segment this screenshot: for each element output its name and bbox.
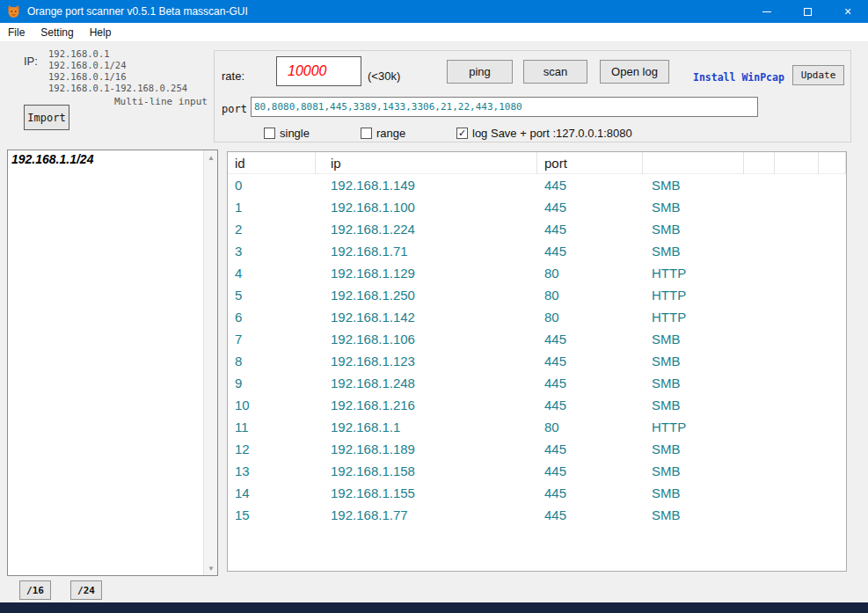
table-row[interactable]: 12 192.168.1.189 445 SMB xyxy=(228,438,846,460)
ip-list-value: 192.168.1.1/24 xyxy=(11,152,93,166)
table-row[interactable]: 9 192.168.1.248 445 SMB xyxy=(228,372,846,394)
table-row[interactable]: 5 192.168.1.250 80 HTTP xyxy=(228,284,846,306)
port-label: port xyxy=(222,103,247,115)
cell-port: 445 xyxy=(537,507,643,522)
cell-id: 4 xyxy=(228,266,316,281)
import-button[interactable]: Import xyxy=(24,105,69,130)
table-row[interactable]: 10 192.168.1.216 445 SMB xyxy=(228,394,846,416)
cell-port: 80 xyxy=(537,310,643,325)
cell-id: 3 xyxy=(228,244,316,259)
table-row[interactable]: 1 192.168.1.100 445 SMB xyxy=(228,196,846,218)
scroll-down-icon[interactable]: ▼ xyxy=(204,561,218,575)
menu-help[interactable]: Help xyxy=(82,23,120,42)
open-log-button[interactable]: Open log xyxy=(600,60,669,84)
textarea-scrollbar[interactable]: ▲ ▼ xyxy=(203,150,217,575)
cell-id: 6 xyxy=(228,310,316,325)
table-row[interactable]: 8 192.168.1.123 445 SMB xyxy=(228,350,846,372)
log-save-checkbox-group[interactable]: log Save + port :127.0.0.1:8080 xyxy=(456,127,632,140)
ip-label: IP: xyxy=(24,55,38,68)
ping-button[interactable]: ping xyxy=(447,60,513,84)
single-checkbox-group[interactable]: single xyxy=(264,127,310,140)
column-header-ip[interactable]: ip xyxy=(316,152,537,174)
scan-button[interactable]: scan xyxy=(523,60,587,84)
cell-id: 15 xyxy=(228,507,316,522)
cell-service: SMB xyxy=(643,463,744,478)
results-body: 0 192.168.1.149 445 SMB 1 192.168.1.100 … xyxy=(228,174,846,526)
install-winpcap-link[interactable]: Install WinPcap xyxy=(693,71,784,84)
cell-ip: 192.168.1.250 xyxy=(316,288,537,303)
cell-ip: 192.168.1.155 xyxy=(316,485,537,500)
menu-file[interactable]: File xyxy=(0,23,33,42)
table-row[interactable]: 4 192.168.1.129 80 HTTP xyxy=(228,262,846,284)
column-header-id[interactable]: id xyxy=(228,152,316,174)
maximize-icon xyxy=(804,8,812,16)
results-table: id ip port 0 192.168.1.149 445 SMB 1 192… xyxy=(227,151,847,572)
rate-input[interactable]: 10000 xyxy=(276,56,361,86)
cell-id: 12 xyxy=(228,442,316,456)
range-checkbox[interactable] xyxy=(361,128,372,139)
window-controls: × xyxy=(747,0,868,23)
cell-service: HTTP xyxy=(643,310,744,325)
cell-id: 14 xyxy=(228,485,316,500)
column-header-blank[interactable] xyxy=(775,152,819,174)
rate-hint: (<30k) xyxy=(368,69,400,83)
cell-port: 80 xyxy=(537,266,643,281)
table-row[interactable]: 11 192.168.1.1 80 HTTP xyxy=(228,416,846,438)
maximize-button[interactable] xyxy=(787,0,828,23)
scroll-up-icon[interactable]: ▲ xyxy=(204,150,218,164)
cell-port: 445 xyxy=(537,354,643,369)
cell-service: SMB xyxy=(643,200,744,215)
minimize-button[interactable] xyxy=(747,0,787,23)
cell-id: 13 xyxy=(228,463,316,478)
cell-port: 445 xyxy=(537,178,643,193)
table-row[interactable]: 0 192.168.1.149 445 SMB xyxy=(228,174,846,196)
single-checkbox[interactable] xyxy=(264,128,275,139)
column-header-blank[interactable] xyxy=(643,152,744,174)
table-row[interactable]: 2 192.168.1.224 445 SMB xyxy=(228,218,846,240)
cell-service: SMB xyxy=(643,354,744,369)
cidr-24-button[interactable]: /24 xyxy=(70,580,102,600)
range-checkbox-group[interactable]: range xyxy=(361,127,405,140)
cell-id: 2 xyxy=(228,222,316,237)
menubar: File Setting Help xyxy=(0,23,868,42)
orange-cat-icon xyxy=(6,4,21,19)
cell-id: 1 xyxy=(228,200,316,215)
cell-port: 445 xyxy=(537,332,643,347)
cell-ip: 192.168.1.142 xyxy=(316,310,537,325)
cell-port: 445 xyxy=(537,485,643,500)
ip-example-line: 192.168.0.1 xyxy=(48,48,187,60)
cell-service: SMB xyxy=(643,507,744,522)
cell-service: SMB xyxy=(643,332,744,347)
ip-list-textarea[interactable]: 192.168.1.1/24 ▲ ▼ xyxy=(7,150,218,576)
cell-service: HTTP xyxy=(643,420,744,434)
close-button[interactable]: × xyxy=(828,0,868,23)
cell-ip: 192.168.1.106 xyxy=(316,332,537,347)
results-header-row: id ip port xyxy=(228,152,846,174)
cell-ip: 192.168.1.248 xyxy=(316,376,537,390)
cell-ip: 192.168.1.77 xyxy=(316,507,537,522)
table-row[interactable]: 13 192.168.1.158 445 SMB xyxy=(228,460,846,482)
column-header-port[interactable]: port xyxy=(537,152,643,174)
log-save-checkbox[interactable] xyxy=(456,128,468,139)
port-value: 80,8080,8081,445,3389,1433,3306,21,22,44… xyxy=(254,101,522,113)
column-header-blank[interactable] xyxy=(744,152,775,174)
menu-setting[interactable]: Setting xyxy=(33,23,81,42)
cidr-16-button[interactable]: /16 xyxy=(19,580,51,600)
table-row[interactable]: 15 192.168.1.77 445 SMB xyxy=(228,504,846,526)
port-input[interactable]: 80,8080,8081,445,3389,1433,3306,21,22,44… xyxy=(251,97,758,117)
cell-id: 7 xyxy=(228,332,316,347)
minimize-icon xyxy=(762,11,771,12)
cell-service: HTTP xyxy=(643,288,744,303)
cell-ip: 192.168.1.158 xyxy=(316,463,537,478)
cell-ip: 192.168.1.216 xyxy=(316,398,537,412)
table-row[interactable]: 6 192.168.1.142 80 HTTP xyxy=(228,306,846,328)
table-row[interactable]: 3 192.168.1.71 445 SMB xyxy=(228,240,846,262)
table-row[interactable]: 14 192.168.1.155 445 SMB xyxy=(228,482,846,504)
app-window: Orange port scanner v0.5.1 Beta masscan-… xyxy=(0,0,868,613)
table-row[interactable]: 7 192.168.1.106 445 SMB xyxy=(228,328,846,350)
cell-ip: 192.168.1.224 xyxy=(316,222,537,237)
cell-ip: 192.168.1.100 xyxy=(316,200,537,215)
update-button[interactable]: Update xyxy=(792,65,844,85)
cell-port: 445 xyxy=(537,200,643,215)
titlebar[interactable]: Orange port scanner v0.5.1 Beta masscan-… xyxy=(0,0,868,23)
